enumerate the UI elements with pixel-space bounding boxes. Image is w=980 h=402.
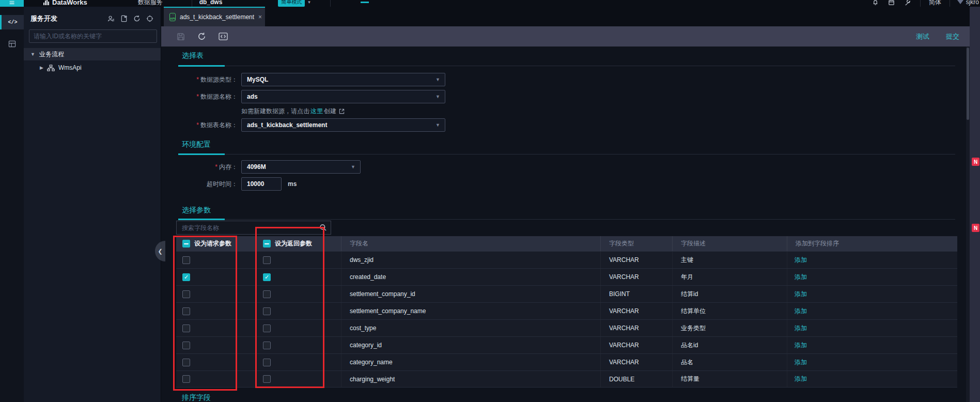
language-selector[interactable]: 简体: [929, 0, 941, 7]
table-row: category_nameVARCHAR品名添加: [176, 353, 957, 370]
add-link[interactable]: 添加: [787, 341, 807, 350]
request-param-cell: [176, 303, 257, 319]
field-desc-cell: 结算单位: [673, 303, 787, 319]
datasource-type-select[interactable]: MySQL▼: [241, 73, 445, 86]
request-param-cell: [176, 286, 257, 302]
user-menu[interactable]: sjkro: [957, 0, 980, 6]
field-name-cell: charging_weight: [341, 371, 601, 387]
tab-close-icon[interactable]: ×: [258, 13, 262, 21]
save-icon[interactable]: [177, 33, 185, 41]
hamburger-menu-icon[interactable]: ☰: [0, 0, 24, 7]
scrollbar-thumb[interactable]: [967, 48, 969, 120]
request-param-checkbox[interactable]: [182, 307, 190, 315]
scrollbar[interactable]: [966, 47, 970, 402]
calendar-icon[interactable]: [888, 0, 895, 6]
add-link[interactable]: 添加: [787, 256, 807, 265]
add-link[interactable]: 添加: [787, 358, 807, 367]
add-to-sort-cell: 添加: [787, 286, 957, 302]
add-to-sort-cell: 添加: [787, 252, 957, 268]
notification-badge[interactable]: N: [972, 158, 979, 166]
code-view-icon[interactable]: [219, 33, 228, 40]
rail-item-service-management[interactable]: [0, 38, 24, 52]
tab-ads-t-kickback-settlement[interactable]: API ads_t_kickback_settlement ×: [164, 7, 265, 26]
request-param-checkbox[interactable]: [182, 375, 190, 383]
search-icon[interactable]: [319, 224, 327, 234]
request-param-select-all-checkbox[interactable]: [182, 240, 190, 248]
request-param-cell: [176, 371, 257, 387]
add-link[interactable]: 添加: [787, 324, 807, 333]
return-param-checkbox[interactable]: [263, 324, 271, 332]
return-param-cell: [257, 320, 341, 336]
return-param-cell: [257, 337, 341, 353]
divider: [330, 0, 331, 7]
return-param-select-all-checkbox[interactable]: [263, 240, 271, 248]
tree-node-wmsapi[interactable]: ▶ WmsApi: [24, 60, 161, 75]
return-param-checkbox[interactable]: [263, 290, 271, 298]
section-rule: [178, 219, 955, 220]
request-param-cell: [176, 252, 257, 268]
field-type-cell: VARCHAR: [601, 303, 673, 319]
return-param-checkbox[interactable]: [263, 256, 271, 264]
workflow-icon: [47, 65, 55, 71]
timeout-input[interactable]: [241, 177, 282, 191]
rail-item-service-dev[interactable]: </>: [0, 15, 24, 29]
add-link[interactable]: 添加: [787, 273, 807, 282]
section-title-sort-fields: 排序字段: [182, 393, 211, 402]
field-name-cell: settlement_company_name: [341, 303, 601, 319]
refresh-icon[interactable]: [197, 32, 206, 41]
user-filter-icon[interactable]: [107, 15, 115, 22]
param-search-input[interactable]: [177, 221, 331, 234]
return-param-checkbox[interactable]: [263, 342, 271, 349]
refresh-icon[interactable]: [133, 15, 141, 22]
nav-data-service[interactable]: 数据服务: [138, 0, 163, 7]
add-link[interactable]: 添加: [787, 290, 807, 299]
wrench-icon[interactable]: [904, 0, 911, 6]
create-datasource-link[interactable]: 这里: [310, 107, 323, 116]
minimized-tab-indicator[interactable]: [361, 2, 369, 3]
table-name-select[interactable]: ads_t_kickback_settlement▼: [241, 118, 445, 132]
chevron-down-icon: ▼: [351, 164, 355, 169]
return-param-checkbox[interactable]: [263, 359, 271, 366]
notification-bell-icon[interactable]: [872, 0, 879, 6]
header-field-type: 字段类型: [601, 236, 673, 251]
return-param-checkbox[interactable]: [263, 273, 271, 281]
field-label: *内存：: [161, 163, 238, 172]
editor-tab-bar: API ads_t_kickback_settlement ×: [161, 7, 970, 26]
request-param-checkbox[interactable]: [182, 273, 190, 281]
panel-title: 服务开发: [30, 14, 107, 23]
param-table: 设为请求参数 设为返回参数 字段名 字段类型 字段描述 添加到字段排序 dws_…: [176, 236, 957, 388]
request-param-checkbox[interactable]: [182, 290, 190, 298]
request-param-checkbox[interactable]: [182, 359, 190, 366]
add-link[interactable]: 添加: [787, 375, 807, 383]
request-param-checkbox[interactable]: [182, 342, 190, 349]
memory-select[interactable]: 4096M▼: [241, 160, 361, 174]
field-desc-cell: 业务类型: [673, 320, 787, 336]
mode-badge: 简单模式: [278, 0, 305, 7]
new-file-icon[interactable]: [120, 15, 128, 22]
tree-node-business-flow[interactable]: ▼ 业务流程: [24, 48, 161, 60]
workspace-name[interactable]: db_dws: [199, 0, 223, 6]
datasource-name-select[interactable]: ads▼: [241, 90, 445, 103]
tab-title: ads_t_kickback_settlement: [180, 13, 254, 21]
return-param-checkbox[interactable]: [263, 375, 271, 383]
chevron-down-icon: ▼: [435, 94, 440, 99]
submit-button[interactable]: 提交: [946, 32, 959, 41]
panel-search-input[interactable]: [29, 29, 157, 43]
divider: [920, 0, 921, 7]
locate-icon[interactable]: [146, 15, 153, 22]
request-param-checkbox[interactable]: [182, 324, 190, 332]
add-link[interactable]: 添加: [787, 307, 807, 316]
workspace-caret-icon[interactable]: ▾: [308, 0, 310, 5]
param-table-body: dws_zjidVARCHAR主键添加created_dateVARCHAR年月…: [176, 251, 957, 388]
return-param-checkbox[interactable]: [263, 307, 271, 315]
section-title-select-params: 选择参数: [182, 206, 211, 215]
test-button[interactable]: 测试: [916, 32, 929, 41]
request-param-checkbox[interactable]: [182, 256, 190, 264]
field-label: *数据源类型：: [161, 75, 238, 84]
return-param-cell: [257, 252, 341, 268]
add-to-sort-cell: 添加: [787, 303, 957, 319]
add-to-sort-cell: 添加: [787, 337, 957, 353]
field-name-cell: settlement_company_id: [341, 286, 601, 302]
notification-badge[interactable]: N: [972, 224, 979, 232]
return-param-cell: [257, 371, 341, 387]
